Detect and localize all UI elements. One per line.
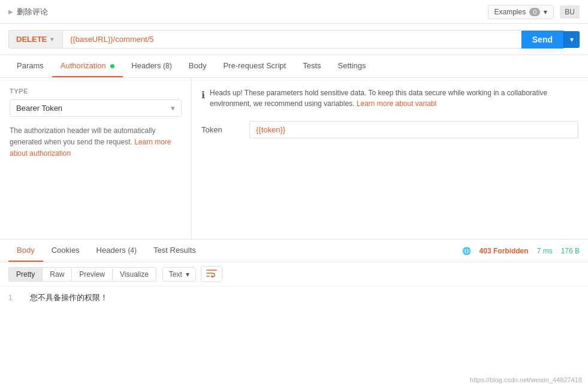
chevron-down-icon: ▾: [171, 104, 175, 113]
tab-settings[interactable]: Settings: [330, 55, 375, 77]
response-body: 1 您不具备操作的权限！: [0, 286, 588, 353]
response-time: 7 ms: [537, 247, 553, 255]
chevron-down-icon: ▾: [544, 8, 547, 16]
format-pretty-button[interactable]: Pretty: [8, 267, 42, 282]
tab-tests[interactable]: Tests: [294, 55, 329, 77]
format-visualize-button[interactable]: Visualize: [112, 267, 156, 282]
active-dot: [110, 64, 114, 68]
info-icon: ℹ: [201, 88, 205, 102]
bu-button[interactable]: BU: [560, 5, 580, 19]
chevron-down-icon: ▾: [186, 270, 189, 279]
url-bar: DELETE ▾ Send ▾: [0, 24, 588, 55]
format-bar: Pretty Raw Preview Visualize Text ▾: [0, 262, 588, 286]
arrow-icon: ▶: [8, 8, 13, 15]
status-badge: 403 Forbidden: [480, 247, 529, 255]
url-input[interactable]: [62, 30, 521, 49]
type-label: TYPE: [10, 87, 182, 95]
globe-icon: 🌐: [462, 247, 471, 255]
content-area: TYPE Bearer Token ▾ The authorization he…: [0, 78, 588, 240]
format-raw-button[interactable]: Raw: [42, 267, 71, 282]
token-row: Token: [201, 121, 578, 138]
response-tabs: Body Cookies Headers (4) Test Results 🌐 …: [0, 240, 588, 262]
response-meta: 🌐 403 Forbidden 7 ms 176 B: [462, 247, 580, 255]
tab-pre-request[interactable]: Pre-request Script: [215, 55, 294, 77]
examples-badge: 0: [529, 8, 540, 16]
auth-description: The authorization header will be automat…: [10, 125, 182, 160]
text-type-select[interactable]: Text ▾: [162, 267, 196, 282]
chevron-down-icon: ▾: [50, 36, 53, 43]
type-select[interactable]: Bearer Token ▾: [10, 99, 182, 117]
top-bar: ▶ 删除评论 Examples 0 ▾ BU: [0, 0, 588, 24]
tab-params[interactable]: Params: [8, 55, 52, 77]
main-tabs: Params Authorization Headers (8) Body Pr…: [0, 55, 588, 78]
rtab-cookies[interactable]: Cookies: [43, 240, 88, 262]
info-box: ℹ Heads up! These parameters hold sensit…: [201, 87, 578, 109]
rtab-headers[interactable]: Headers (4): [88, 240, 145, 262]
rtab-test-results[interactable]: Test Results: [145, 240, 204, 262]
text-type-label: Text: [169, 270, 182, 279]
top-bar-right: Examples 0 ▾ BU: [488, 5, 580, 19]
response-size: 176 B: [561, 247, 580, 255]
response-tabs-left: Body Cookies Headers (4) Test Results: [8, 240, 204, 262]
response-line: 1 您不具备操作的权限！: [8, 292, 580, 303]
wrap-button[interactable]: [201, 266, 222, 282]
tab-headers[interactable]: Headers (8): [123, 55, 180, 77]
method-select[interactable]: DELETE ▾: [8, 30, 62, 49]
send-button[interactable]: Send: [521, 31, 563, 49]
bottom-section: Body Cookies Headers (4) Test Results 🌐 …: [0, 240, 588, 353]
tab-body[interactable]: Body: [180, 55, 215, 77]
type-value: Bearer Token: [16, 104, 62, 113]
rtab-body[interactable]: Body: [8, 240, 43, 262]
learn-more-variables-link[interactable]: Learn more about variabl: [357, 99, 436, 108]
right-panel: ℹ Heads up! These parameters hold sensit…: [192, 78, 588, 239]
format-preview-button[interactable]: Preview: [71, 267, 112, 282]
line-number: 1: [8, 294, 20, 302]
examples-label: Examples: [494, 8, 526, 16]
left-panel: TYPE Bearer Token ▾ The authorization he…: [0, 78, 192, 239]
top-bar-left: ▶ 删除评论: [8, 7, 48, 17]
token-input[interactable]: [249, 121, 578, 138]
send-dropdown-button[interactable]: ▾: [563, 31, 580, 48]
line-content: 您不具备操作的权限！: [30, 292, 108, 303]
token-label: Token: [201, 125, 237, 134]
watermark: https://blog.csdn.net/weixin_44827418: [470, 376, 582, 383]
page-title: 删除评论: [17, 7, 48, 17]
method-label: DELETE: [16, 35, 47, 44]
tab-authorization[interactable]: Authorization: [52, 55, 123, 77]
examples-button[interactable]: Examples 0 ▾: [488, 5, 554, 19]
